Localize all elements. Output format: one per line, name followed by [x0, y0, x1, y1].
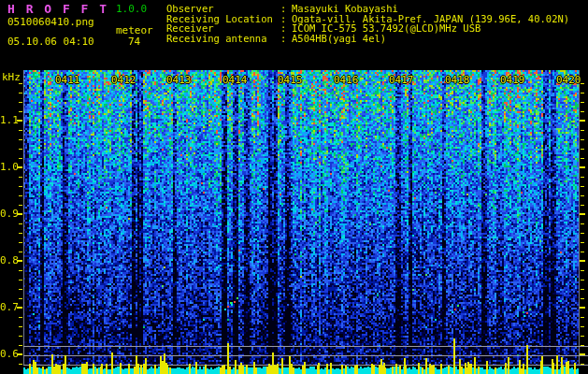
- time-tick-label-0414: 0414: [222, 75, 248, 85]
- time-tick-label-0419: 0419: [500, 75, 525, 85]
- datetime-label: 05.10.06 04:10: [7, 36, 94, 47]
- info-label: Receiving antenna: [166, 34, 280, 44]
- freq-tick-label-0-7: 0.7: [0, 302, 18, 312]
- freq-tick-label-0-6: 0.6: [0, 349, 18, 359]
- info-label: Receiver: [166, 23, 280, 34]
- info-separator: :: [280, 34, 292, 44]
- freq-tick-label-0-9: 0.9: [0, 209, 18, 219]
- mode-label: meteor: [116, 25, 153, 36]
- time-tick-label-0418: 0418: [445, 75, 470, 85]
- time-tick-label-0416: 0416: [334, 75, 359, 85]
- info-row-receiver: Receiver : ICOM IC-575 53.7492(@LCD)MHz …: [166, 23, 569, 34]
- time-tick-label-0417: 0417: [389, 75, 414, 85]
- info-separator: :: [280, 4, 292, 14]
- info-value: ICOM IC-575 53.7492(@LCD)MHz USB: [292, 23, 480, 34]
- time-tick-label-0411: 0411: [55, 75, 80, 85]
- output-filename: 0510060410.png: [7, 17, 94, 27]
- time-tick-label-0420: 0420: [556, 75, 581, 85]
- info-row-observer: Observer : Masayuki Kobayashi: [166, 4, 569, 14]
- freq-unit-label: kHz: [2, 72, 21, 82]
- info-value: A504HB(yagi 4el): [292, 34, 386, 44]
- info-value: Masayuki Kobayashi: [292, 4, 398, 14]
- echo-count: 74: [128, 36, 140, 47]
- spectrogram-canvas: [0, 0, 588, 374]
- info-panel: Observer : Masayuki Kobayashi Receiving …: [166, 4, 569, 43]
- info-row-antenna: Receiving antenna : A504HB(yagi 4el): [166, 34, 569, 44]
- freq-tick-label-0-8: 0.8: [0, 255, 18, 266]
- freq-tick-label-1-0: 1.0: [0, 162, 18, 172]
- info-label: Observer: [166, 4, 280, 14]
- time-tick-label-0413: 0413: [166, 75, 192, 85]
- app-title: H R O F F T: [7, 3, 108, 15]
- freq-tick-label-1-1: 1.1: [0, 115, 18, 125]
- time-tick-label-0412: 0412: [111, 75, 136, 85]
- hrofft-screen: H R O F F T 1.0.0 0510060410.png meteor …: [0, 0, 588, 374]
- app-version: 1.0.0: [116, 4, 147, 14]
- info-separator: :: [280, 23, 292, 34]
- time-tick-label-0415: 0415: [278, 75, 303, 85]
